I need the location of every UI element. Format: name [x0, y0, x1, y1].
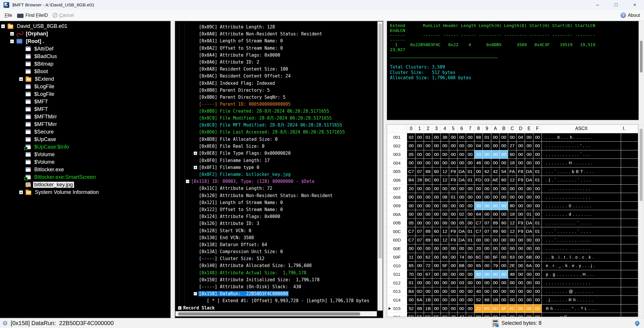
hex-byte-cell[interactable]: 00 — [432, 296, 440, 304]
hex-byte-cell[interactable]: 00 — [466, 219, 474, 227]
hex-byte-cell[interactable]: 00 — [517, 253, 525, 262]
hex-byte-cell[interactable]: 00 — [449, 304, 457, 313]
attribute-row[interactable]: [0x0A2] Offset to Stream Name: 0 — [175, 45, 378, 52]
hex-byte-cell[interactable]: 00 — [449, 287, 457, 296]
expander-plus-icon[interactable] — [178, 306, 181, 310]
hex-byte-cell[interactable]: 00 — [525, 142, 533, 150]
hex-byte-cell[interactable]: 00 — [533, 159, 542, 167]
hex-byte-cell[interactable]: 67 — [424, 270, 432, 279]
hex-byte-cell[interactable]: 02 — [458, 210, 466, 219]
hex-byte-cell[interactable]: 12 — [441, 236, 449, 244]
hex-byte-cell[interactable]: 01 — [466, 176, 474, 184]
hex-byte-cell[interactable]: 00 — [533, 287, 542, 296]
tree-item[interactable]: $LogFile — [0, 83, 170, 90]
hex-byte-cell[interactable]: F9 — [449, 176, 457, 184]
hex-byte-cell[interactable]: 18 — [508, 210, 516, 219]
hex-byte-cell[interactable]: 03 — [483, 176, 491, 184]
hex-byte-cell[interactable]: 48 — [508, 270, 516, 279]
hex-byte-cell[interactable]: 00 — [500, 150, 508, 159]
hex-byte-cell[interactable]: 60 — [500, 227, 508, 236]
hex-byte-cell[interactable]: 89 — [424, 167, 432, 176]
hex-byte-cell[interactable]: 6C — [474, 253, 483, 262]
hex-byte-cell[interactable]: 00 — [432, 159, 440, 167]
hex-byte-cell[interactable]: 60 — [508, 150, 516, 159]
hex-byte-cell[interactable]: 22 — [474, 304, 483, 313]
hex-byte-cell[interactable]: 00 — [432, 279, 440, 287]
hex-byte-cell[interactable]: 00 — [533, 236, 542, 244]
hex-byte-cell[interactable]: 00 — [407, 210, 415, 219]
tree-item[interactable]: $Secure — [0, 128, 170, 136]
hex-byte-cell[interactable]: 00 — [449, 150, 457, 159]
menu-file[interactable]: File — [5, 13, 12, 18]
hex-byte-cell[interactable]: 00 — [525, 296, 533, 304]
hex-byte-cell[interactable]: 00 — [441, 287, 449, 296]
attribute-row[interactable]: [0x150] Attribute Initialized Size: 1,79… — [175, 276, 378, 283]
hex-byte-cell[interactable]: 00 — [525, 279, 533, 287]
hex-byte-cell[interactable]: 00 — [449, 244, 457, 253]
hex-byte-cell[interactable]: 00 — [508, 296, 516, 304]
hex-byte-cell[interactable]: 00 — [466, 270, 474, 279]
attribute-row[interactable]: [0x0A1] Length of Stream Name: 0 — [175, 37, 378, 44]
hex-byte-cell[interactable]: 82 — [441, 313, 449, 317]
hex-byte-cell[interactable]: 01 — [533, 167, 542, 176]
hex-byte-cell[interactable]: 52 — [407, 304, 415, 313]
hex-byte-cell[interactable]: 00 — [466, 159, 474, 167]
tree-item[interactable]: $Volume — [0, 158, 170, 166]
hex-byte-cell[interactable]: 00 — [432, 185, 440, 193]
hex-byte-cell[interactable]: 00 — [466, 244, 474, 253]
hex-byte-cell[interactable]: 00 — [424, 142, 432, 150]
tree-item[interactable]: $LogFile — [0, 90, 170, 98]
hex-byte-cell[interactable]: 00 — [525, 133, 533, 142]
hex-byte-cell[interactable]: 01 — [424, 133, 432, 142]
expander-plus-icon[interactable] — [194, 152, 197, 155]
hex-ascii-cell[interactable]: ...`.....bBT.... — [542, 167, 621, 176]
hex-byte-cell[interactable]: 00 — [533, 253, 542, 262]
menu-about[interactable]: i About — [620, 12, 640, 18]
hex-byte-cell[interactable]: 00 — [483, 210, 491, 219]
hex-byte-cell[interactable]: DA — [525, 176, 533, 184]
hex-byte-cell[interactable]: F9 — [517, 227, 525, 236]
hex-byte-cell[interactable]: C7 — [407, 167, 415, 176]
hex-byte-cell[interactable]: F9 — [449, 167, 457, 176]
hex-byte-cell[interactable]: 00 — [500, 279, 508, 287]
attribute-row[interactable]: [0x0F1] Filename type 0 — [175, 164, 378, 171]
hex-byte-cell[interactable]: 00 — [449, 133, 457, 142]
hex-byte-cell[interactable]: 00 — [466, 150, 474, 159]
hex-byte-cell[interactable]: 63 — [508, 253, 516, 262]
hex-byte-cell[interactable]: 00 — [483, 279, 491, 287]
hex-byte-cell[interactable]: 62 — [424, 253, 432, 262]
hex-byte-cell[interactable]: 00 — [500, 210, 508, 219]
hex-byte-cell[interactable]: FF — [415, 313, 424, 317]
hex-byte-cell[interactable]: 00 — [508, 193, 516, 201]
tree-item[interactable]: $BadClus — [0, 53, 170, 60]
expander-minus-icon[interactable] — [186, 180, 189, 183]
hex-ascii-cell[interactable]: ........H....... — [542, 159, 621, 167]
hex-byte-cell[interactable]: 00 — [517, 202, 525, 210]
hex-byte-cell[interactable]: 00 — [432, 287, 440, 296]
tree-item[interactable]: $MFT — [0, 98, 170, 105]
hex-byte-cell[interactable]: 00 — [517, 262, 525, 270]
hex-byte-cell[interactable]: 07 — [415, 167, 424, 176]
hex-byte-cell[interactable]: 00 — [491, 150, 499, 159]
hex-byte-cell[interactable]: 00 — [466, 287, 474, 296]
hex-byte-cell[interactable]: 00 — [533, 313, 542, 317]
hex-byte-cell[interactable]: 00 — [441, 219, 449, 227]
hex-byte-cell[interactable]: 00 — [508, 236, 516, 244]
hex-byte-cell[interactable]: 89 — [491, 219, 499, 227]
hex-byte-cell[interactable]: 00 — [533, 142, 542, 150]
hex-byte-cell[interactable]: 62 — [483, 167, 491, 176]
hex-byte-cell[interactable]: 00 — [415, 159, 424, 167]
hex-byte-cell[interactable]: 00 — [432, 262, 440, 270]
hex-byte-cell[interactable]: 6A — [415, 296, 424, 304]
hex-byte-cell[interactable]: 00 — [525, 236, 533, 244]
hex-byte-cell[interactable]: 27 — [508, 142, 516, 150]
attribute-row[interactable]: [-----] Attribute (On-Disk) Slack: 430 — [175, 283, 378, 290]
hex-byte-cell[interactable]: FF — [432, 313, 440, 317]
minimize-button[interactable]: – — [588, 0, 607, 10]
hex-byte-cell[interactable]: 5F — [441, 262, 449, 270]
hex-byte-cell[interactable]: 00 — [474, 167, 483, 176]
hex-byte-cell[interactable]: 00 — [424, 244, 432, 253]
hex-ascii-cell[interactable]: ..b.i.t.l.o.c.k. — [542, 253, 621, 262]
hex-byte-cell[interactable]: FF — [407, 313, 415, 317]
hex-ascii-cell[interactable]: ...........`.... — [542, 219, 621, 227]
